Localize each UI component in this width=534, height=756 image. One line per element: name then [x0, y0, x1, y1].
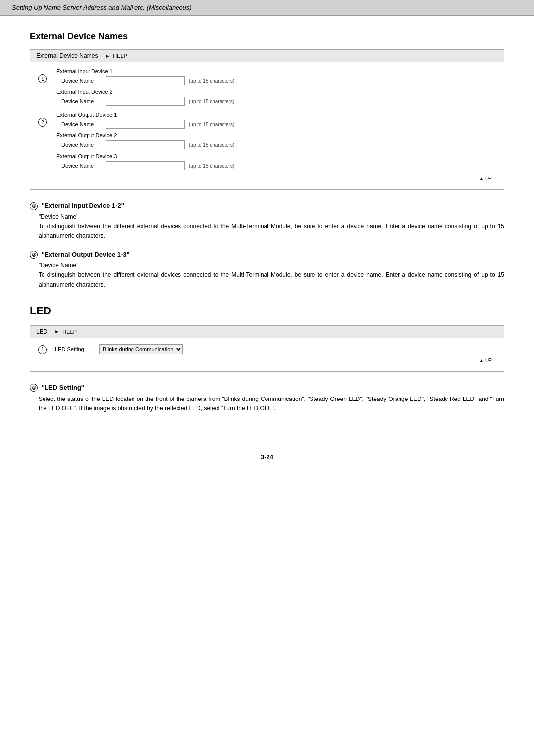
- char-hint-1a: (up to 15 characters): [189, 78, 234, 84]
- page-content: External Device Names External Device Na…: [0, 16, 534, 444]
- led-triangle-icon: ►: [54, 329, 59, 334]
- ext-input-device-2-group: External Input Device 2 Device Name (up …: [52, 89, 496, 106]
- ext-input-device-1-group: External Input Device 1 Device Name (up …: [52, 68, 496, 85]
- device-name-input-1a[interactable]: [106, 76, 185, 85]
- ext-input-device-2-label: External Input Device 2: [56, 89, 496, 95]
- triangle-icon: ►: [105, 53, 110, 59]
- ext-output-device-1-label: External Output Device 1: [56, 112, 496, 118]
- led-desc-1-heading: ① "LED Setting": [30, 384, 504, 392]
- section-title-external: External Device Names: [30, 31, 504, 42]
- up-arrow-icon: ▲: [479, 176, 485, 181]
- device-name-label-2b: Device Name: [61, 142, 106, 148]
- device-name-label-2a: Device Name: [61, 121, 106, 127]
- device-name-input-2a[interactable]: [106, 120, 185, 129]
- ext-output-device-3-label: External Output Device 3: [56, 153, 496, 159]
- desc-circle-2: ②: [30, 251, 38, 259]
- led-desc-circle-1: ①: [30, 384, 38, 392]
- external-device-names-panel: External Device Names ► HELP 1 External …: [30, 49, 504, 190]
- up-link-external[interactable]: ▲ UP: [38, 174, 496, 183]
- char-hint-2b: (up to 15 characters): [189, 142, 234, 148]
- external-input-group: 1 External Input Device 1 Device Name (u…: [38, 66, 496, 110]
- ext-output-device-2-group: External Output Device 2 Device Name (up…: [52, 133, 496, 149]
- ext-desc-2: ② "External Output Device 1-3" "Device N…: [30, 251, 504, 290]
- led-panel-header: LED ► HELP: [30, 326, 504, 338]
- ext-output-device-3-group: External Output Device 3 Device Name (up…: [52, 153, 496, 170]
- ext-output-device-2-name-row: Device Name (up to 15 characters): [56, 140, 496, 149]
- led-help-link[interactable]: HELP: [62, 329, 77, 335]
- led-circle-1: 1: [38, 345, 47, 354]
- led-panel-body: 1 LED Setting Blinks during Communicatio…: [30, 338, 504, 371]
- ext-desc-1-heading: ① "External Input Device 1-2": [30, 202, 504, 210]
- panel-header-label: External Device Names: [36, 52, 98, 59]
- ext-input-device-2-name-row: Device Name (up to 15 characters): [56, 97, 496, 106]
- circle-2: 2: [38, 118, 47, 127]
- device-name-label-2c: Device Name: [61, 163, 106, 169]
- ext-desc-2-heading: ② "External Output Device 1-3": [30, 251, 504, 259]
- ext-desc-1-text: To distinguish between the different ext…: [39, 222, 504, 241]
- ext-desc-2-sub: "Device Name": [39, 262, 504, 268]
- device-name-input-2b[interactable]: [106, 140, 185, 149]
- led-desc-1-title: "LED Setting": [42, 384, 84, 391]
- led-panel: LED ► HELP 1 LED Setting Blinks during C…: [30, 325, 504, 372]
- ext-desc-2-title: "External Output Device 1-3": [42, 251, 130, 258]
- ext-desc-1-title: "External Input Device 1-2": [42, 202, 124, 209]
- led-up-label: UP: [485, 358, 492, 363]
- led-desc-1: ① "LED Setting" Select the status of the…: [30, 384, 504, 414]
- device-name-label-1b: Device Name: [61, 98, 106, 104]
- led-setting-label: LED Setting: [55, 346, 94, 352]
- desc-circle-1: ①: [30, 202, 38, 210]
- ext-desc-1: ① "External Input Device 1-2" "Device Na…: [30, 202, 504, 241]
- up-link-led[interactable]: ▲ UP: [38, 356, 496, 365]
- led-setting-row: 1 LED Setting Blinks during Communicatio…: [38, 342, 496, 356]
- ext-input-device-1-name-row: Device Name (up to 15 characters): [56, 76, 496, 85]
- page-number: 3-24: [0, 444, 534, 471]
- ext-desc-1-sub: "Device Name": [39, 213, 504, 220]
- led-panel-header-label: LED: [36, 328, 47, 335]
- char-hint-2a: (up to 15 characters): [189, 122, 234, 127]
- panel-body-external: 1 External Input Device 1 Device Name (u…: [30, 62, 504, 189]
- ext-output-device-1-group: External Output Device 1 Device Name (up…: [52, 112, 496, 129]
- led-section: LED LED ► HELP 1 LED Setting Blinks duri…: [30, 305, 504, 414]
- ext-input-device-1-label: External Input Device 1: [56, 68, 496, 74]
- up-label-external: UP: [485, 176, 492, 181]
- char-hint-1b: (up to 15 characters): [189, 99, 234, 104]
- ext-output-device-3-name-row: Device Name (up to 15 characters): [56, 161, 496, 170]
- header-title: Setting Up Name Server Address and Mail …: [12, 4, 192, 11]
- char-hint-2c: (up to 15 characters): [189, 163, 234, 169]
- led-setting-select[interactable]: Blinks during Communication Steady Green…: [99, 344, 183, 354]
- device-name-label-1a: Device Name: [61, 78, 106, 84]
- ext-desc-2-text: To distinguish between the different ext…: [39, 270, 504, 289]
- led-up-arrow-icon: ▲: [479, 358, 485, 363]
- group-1-content: External Input Device 1 Device Name (up …: [52, 66, 496, 110]
- led-desc-1-text: Select the status of the LED located on …: [39, 395, 504, 413]
- ext-output-device-2-label: External Output Device 2: [56, 133, 496, 138]
- circle-1: 1: [38, 74, 47, 83]
- page-header: Setting Up Name Server Address and Mail …: [0, 0, 534, 16]
- group-2-content: External Output Device 1 Device Name (up…: [52, 110, 496, 174]
- external-device-names-section: External Device Names External Device Na…: [30, 31, 504, 290]
- led-section-title: LED: [30, 305, 504, 317]
- panel-header-external: External Device Names ► HELP: [30, 50, 504, 62]
- device-name-input-1b[interactable]: [106, 97, 185, 106]
- device-name-input-2c[interactable]: [106, 161, 185, 170]
- external-output-group: 2 External Output Device 1 Device Name (…: [38, 110, 496, 174]
- ext-output-device-1-name-row: Device Name (up to 15 characters): [56, 120, 496, 129]
- help-link-external[interactable]: HELP: [113, 53, 127, 59]
